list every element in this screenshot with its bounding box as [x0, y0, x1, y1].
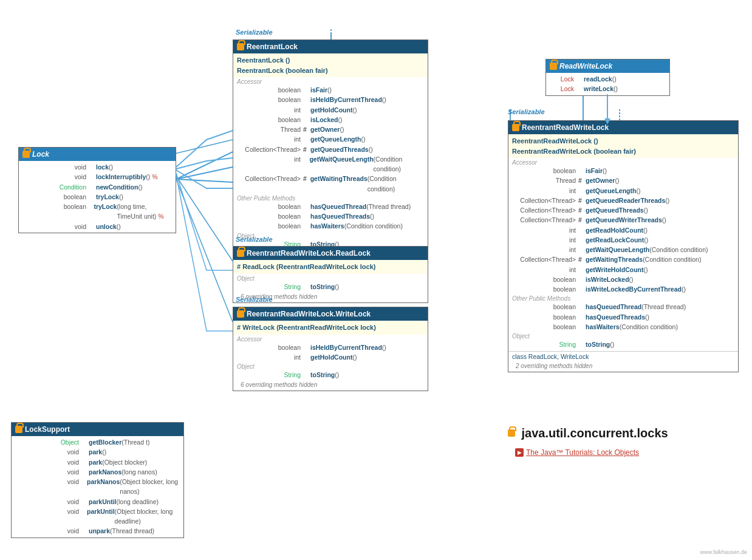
readwritelock-header: ReadWriteLock [546, 60, 669, 73]
tutorial-label[interactable]: The Java™ Tutorials: Lock Objects [526, 448, 639, 457]
method-hasqueuedthread: booleanhasQueuedThread (Thread thread) [233, 202, 428, 211]
svg-line-1 [176, 167, 233, 179]
method-newcondition: ConditionnewCondition () [19, 182, 176, 192]
rrwl-isfair: booleanisFair () [508, 166, 738, 176]
rrwl-constructor-2: ReentrantReadWriteLock (boolean fair) [512, 146, 734, 157]
reentrantreadwritelock-box: ReentrantReadWriteLock ReentrantReadWrit… [508, 120, 739, 372]
rrwl-getqueuedthreads: Collection<Thread>#getQueuedThreads () [508, 205, 738, 215]
svg-line-5 [176, 179, 233, 322]
serializable-label-4: Serializable [508, 108, 545, 115]
ls-unpark: voidunpark (Thread thread) [12, 526, 183, 536]
ls-park: voidpark () [12, 447, 183, 457]
method-isheld: booleanisHeldByCurrentThread () [233, 95, 428, 104]
method-readlock: LockreadLock () [546, 74, 669, 84]
package-label: java.util.concurrent.locks [508, 422, 668, 442]
rrwl-hasqueuedthread: booleanhasQueuedThread (Thread thread) [508, 302, 738, 312]
reentrantreadwritelock-title: ReentrantReadWriteLock [522, 123, 609, 132]
method-getqueuedthreads: Collection<Thread>#getQueuedThreads () [233, 145, 428, 154]
reentrantlock-constructors: ReentrantLock () ReentrantLock (boolean … [233, 53, 428, 77]
package-name: java.util.concurrent.locks [521, 426, 668, 440]
readlock-constructors: # ReadLock (ReentrantReadWriteLock lock) [233, 260, 428, 274]
rrwl-iswritelocked: booleanisWriteLocked () [508, 275, 738, 284]
constructor-2: ReentrantLock (boolean fair) [237, 66, 424, 76]
hidden-writelock: 6 overriding methods hidden [237, 380, 321, 389]
nested-label: class ReadLock, WriteLock [512, 353, 589, 360]
method-getqueuelength: intgetQueueLength () [233, 134, 428, 144]
readlock-header: ReentrantReadWriteLock.ReadLock [233, 247, 428, 260]
other-label: Other Public Methods [233, 194, 428, 202]
method-tostring-readlock: StringtoString () [233, 282, 428, 292]
lock-title: Lock [32, 150, 49, 159]
readlock-title: ReentrantReadWriteLock.ReadLock [247, 249, 371, 258]
writelock-constructor: # WriteLock (ReentrantReadWriteLock lock… [237, 323, 424, 333]
ls-parknanos: voidparkNanos (long nanos) [12, 467, 183, 477]
method-isheld-wl: booleanisHeldByCurrentThread () [233, 343, 428, 352]
ls-getblocker: ObjectgetBlocker (Thread t) [12, 437, 183, 447]
method-islocked: booleanisLocked () [233, 115, 428, 125]
svg-line-2 [176, 179, 233, 182]
rrwl-iswritelockedbycurrent: booleanisWriteLockedByCurrentThread () [508, 284, 738, 294]
lock-box: Lock voidlock () voidlockInterruptibly (… [18, 147, 176, 233]
method-tostring-wl: StringtoString () [233, 370, 428, 380]
rrwl-hasqueuedthreads: booleanhasQueuedThreads () [508, 312, 738, 322]
rrwl-getreadholdcount: intgetReadHoldCount () [508, 225, 738, 235]
accessor-label: Accessor [233, 77, 428, 85]
method-unlock: voidunlock () [19, 222, 176, 231]
reentrantlock-header: ReentrantLock [233, 40, 428, 53]
lock-icon-rwl [550, 63, 557, 70]
svg-line-0 [176, 152, 233, 179]
method-trylock-params: booleantryLock (long time, TimeUnit unit… [19, 202, 176, 222]
method-haswaiters: booleanhasWaiters (Condition condition) [233, 221, 428, 231]
method-trylock: booleantryLock () [19, 192, 176, 202]
writelock-constructors: # WriteLock (ReentrantReadWriteLock lock… [233, 321, 428, 335]
serializable-label-1: Serializable [236, 29, 273, 36]
rrwl-getwaitingthreads: Collection<Thread>#getWaitingThreads (Co… [508, 254, 738, 264]
lock-icon-reentrantlock [237, 43, 244, 50]
rrwl-getreadlockcount: intgetReadLockCount () [508, 235, 738, 245]
watermark: www.falkhausen.de [700, 549, 747, 555]
hidden-rrwl: 2 overriding methods hidden [512, 361, 596, 370]
rrwl-getqueuedreaderthreads: Collection<Thread>#getQueuedReaderThread… [508, 196, 738, 205]
ls-park-blocker: voidpark (Object blocker) [12, 457, 183, 467]
diagram-container: Serializable ReentrantLock ReentrantLock… [0, 0, 752, 560]
writelock-box: ReentrantReadWriteLock.WriteLock # Write… [233, 307, 428, 391]
readlock-box: ReentrantReadWriteLock.ReadLock # ReadLo… [233, 246, 428, 303]
reentrantreadwritelock-header: ReentrantReadWriteLock [508, 121, 738, 134]
object-label-rrwl: Object [508, 332, 738, 340]
method-getwaitingthreads: Collection<Thread>#getWaitingThreads (Co… [233, 174, 428, 194]
method-writelock: LockwriteLock () [546, 84, 669, 94]
link-icon: ▶ [515, 448, 524, 457]
method-getowner: Thread#getOwner () [233, 125, 428, 134]
ls-parkuntil-blocker: voidparkUntil (Object blocker, long dead… [12, 507, 183, 527]
serializable-label-2: Serializable [236, 236, 273, 243]
rrwl-tostring: StringtoString () [508, 340, 738, 349]
ls-parkuntil: voidparkUntil (long deadline) [12, 497, 183, 507]
object-label-readlock: Object [233, 274, 428, 282]
ls-parknanos-blocker: voidparkNanos (Object blocker, long nano… [12, 477, 183, 497]
rrwl-getwriteholdcount: intgetWriteHoldCount () [508, 265, 738, 275]
serializable-label-3: Serializable [236, 296, 273, 303]
tutorial-link[interactable]: ▶ The Java™ Tutorials: Lock Objects [515, 448, 639, 457]
lock-icon-ls [15, 426, 22, 433]
object-label-wl: Object [233, 362, 428, 370]
reentrantlock-box: ReentrantLock ReentrantLock () Reentrant… [233, 39, 428, 261]
rrwl-getwaitqueuelength: intgetWaitQueueLength (Condition conditi… [508, 245, 738, 254]
lock-icon-rrwl [512, 124, 519, 131]
accessor-label-rrwl: Accessor [508, 158, 738, 166]
locksupport-title: LockSupport [25, 425, 70, 434]
rrwl-getqueuelength: intgetQueueLength () [508, 186, 738, 196]
writelock-title: ReentrantReadWriteLock.WriteLock [247, 310, 371, 318]
rrwl-constructor-1: ReentrantReadWriteLock () [512, 136, 734, 146]
method-getholdcount: intgetHoldCount () [233, 105, 428, 115]
readlock-constructor: # ReadLock (ReentrantReadWriteLock lock) [237, 262, 424, 272]
method-hasqueuedthreads: booleanhasQueuedThreads () [233, 211, 428, 221]
method-isfair: booleanisFair () [233, 85, 428, 95]
readwritelock-box: ReadWriteLock LockreadLock () LockwriteL… [545, 59, 670, 96]
constructor-1: ReentrantLock () [237, 55, 424, 66]
method-lockinterruptibly: voidlockInterruptibly () % [19, 172, 176, 182]
other-label-rrwl: Other Public Methods [508, 294, 738, 302]
lock-header: Lock [19, 148, 176, 161]
rrwl-getqueuedwriterthreads: Collection<Thread>#getQueuedWriterThread… [508, 215, 738, 225]
writelock-header: ReentrantReadWriteLock.WriteLock [233, 307, 428, 321]
method-getwaitqueuelength: intgetWaitQueueLength (Condition conditi… [233, 154, 428, 174]
